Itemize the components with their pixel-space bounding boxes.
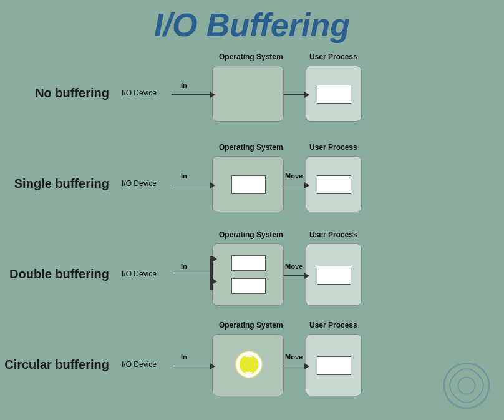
in-label-4: In	[181, 353, 187, 361]
buffer-3a	[231, 255, 266, 271]
os-box-1: Operating System	[212, 66, 284, 122]
os-label-1: Operating System	[219, 52, 283, 61]
arrow-line-in-4	[172, 366, 210, 367]
row-double-buffering: Double buffering Operating System User P…	[0, 229, 504, 320]
arrow-head-in-1	[210, 92, 215, 98]
move-label-3: Move	[285, 263, 303, 270]
row-single-buffering: Single buffering Operating System User P…	[0, 139, 504, 229]
in-label-3: In	[181, 263, 187, 270]
os-box-4: Operating System	[212, 334, 284, 396]
diagram-double-buffering: Operating System User Process I/O Device…	[122, 237, 421, 312]
fork-arrow-bot-3	[210, 278, 217, 285]
move-label-4: Move	[285, 353, 303, 361]
arrow-line-in-2	[172, 185, 210, 186]
up-label-3: User Process	[309, 230, 357, 239]
buffer-2b	[317, 175, 351, 194]
arrow-head-move-2	[304, 182, 309, 188]
fork-arrow-top-3	[210, 256, 217, 262]
arrow-head-move-4	[304, 363, 309, 369]
fork-line-top-3	[210, 258, 212, 260]
io-device-label-1: I/O Device	[122, 89, 157, 97]
up-box-1: User Process	[306, 66, 362, 122]
up-box-2: User Process	[306, 156, 362, 212]
page-title: I/O Buffering	[0, 0, 504, 47]
arrow-out-1	[284, 92, 309, 98]
diagram-no-buffering: Operating System User Process I/O Device…	[122, 56, 421, 131]
fork-line-bot-3	[210, 281, 212, 282]
arrow-move-3: Move	[284, 273, 309, 279]
buffer-1	[317, 85, 351, 104]
buffer-3b	[231, 278, 266, 294]
io-device-label-4: I/O Device	[122, 360, 157, 369]
circular-arrows-icon	[233, 348, 265, 381]
up-box-4: User Process	[306, 334, 362, 396]
os-label-2: Operating System	[219, 143, 283, 152]
arrow-line-move-2	[284, 185, 304, 186]
arrow-line-in-1	[172, 94, 210, 95]
in-label-2: In	[181, 172, 187, 180]
os-label-4: Operating System	[219, 321, 283, 330]
watermark-icon	[439, 358, 495, 414]
arrow-head-out-1	[304, 92, 309, 98]
arrow-line-in-3	[172, 273, 210, 274]
arrow-move-4: Move	[284, 363, 309, 369]
arrow-line-out-1	[284, 94, 304, 95]
up-label-2: User Process	[309, 143, 357, 152]
os-box-2: Operating System	[212, 156, 284, 212]
buffer-3c	[317, 266, 351, 285]
svg-point-3	[444, 363, 489, 408]
label-circular-buffering: Circular buffering	[0, 358, 122, 372]
diagram-circular-buffering: Operating System User Process I/O Device…	[122, 328, 421, 403]
label-double-buffering: Double buffering	[0, 267, 122, 281]
in-label-1: In	[181, 82, 187, 89]
io-device-label-2: I/O Device	[122, 179, 157, 188]
arrow-head-move-3	[304, 273, 309, 279]
fork-head-bot-3	[212, 278, 217, 285]
label-single-buffering: Single buffering	[0, 177, 122, 191]
os-box-3: Operating System	[212, 243, 284, 306]
io-device-label-3: I/O Device	[122, 270, 157, 278]
arrow-line-move-3	[284, 275, 304, 276]
up-label-4: User Process	[309, 321, 357, 330]
row-no-buffering: No buffering Operating System User Proce…	[0, 48, 504, 139]
arrow-in-2: In	[172, 182, 215, 188]
up-box-3: User Process	[306, 243, 362, 306]
arrow-in-4: In	[172, 363, 215, 369]
diagram-single-buffering: Operating System User Process I/O Device…	[122, 147, 421, 222]
fork-head-top-3	[212, 256, 217, 262]
os-label-3: Operating System	[219, 230, 283, 239]
arrow-head-in-4	[210, 363, 215, 369]
arrow-move-2: Move	[284, 182, 309, 188]
row-circular-buffering: Circular buffering Operating System User…	[0, 320, 504, 410]
arrow-in-3: In	[172, 273, 210, 274]
svg-point-4	[458, 378, 475, 394]
arrow-head-in-2	[210, 182, 215, 188]
buffer-4	[317, 356, 351, 375]
arrow-line-move-4	[284, 366, 304, 367]
move-label-2: Move	[285, 172, 303, 180]
buffer-2	[231, 175, 266, 194]
label-no-buffering: No buffering	[0, 86, 122, 100]
up-label-1: User Process	[309, 52, 357, 61]
arrow-in-1: In	[172, 92, 215, 98]
